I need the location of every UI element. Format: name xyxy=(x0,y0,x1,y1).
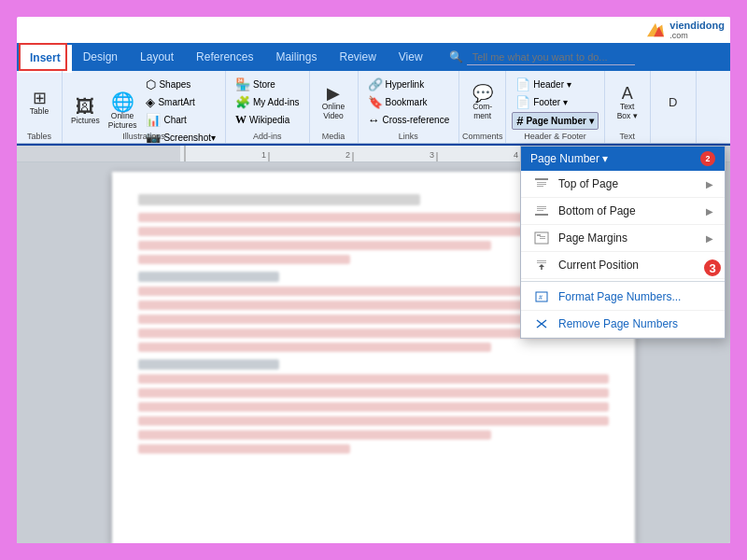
svg-rect-17 xyxy=(537,206,546,207)
top-of-page-icon xyxy=(532,176,551,191)
btn-footer[interactable]: 📄 Footer ▾ xyxy=(512,94,571,110)
group-comments: 💬 Com-ment Comments xyxy=(459,71,506,143)
menu-remove-page-numbers[interactable]: Remove Page Numbers xyxy=(521,311,725,338)
btn-store[interactable]: 🏪 Store xyxy=(232,77,279,92)
btn-pictures[interactable]: 🖼 Pictures xyxy=(68,95,103,127)
tab-mailings[interactable]: Mailings xyxy=(264,43,328,71)
format-icon: # xyxy=(532,289,551,304)
btn-smartart[interactable]: ◈ SmartArt xyxy=(142,94,219,110)
logo-bar: viendidong .com xyxy=(618,17,730,43)
btn-my-addins[interactable]: 🧩 My Add-ins xyxy=(232,94,303,110)
svg-rect-24 xyxy=(540,238,545,239)
chevron-right-icon: ▶ xyxy=(706,233,713,244)
bottom-of-page-icon xyxy=(532,203,551,218)
tell-me-input[interactable] xyxy=(467,49,635,65)
svg-text:2: 2 xyxy=(345,150,350,160)
tab-review[interactable]: Review xyxy=(328,43,387,71)
btn-table[interactable]: ⊞ Table xyxy=(22,88,56,118)
group-media: ▶ OnlineVideo Media xyxy=(310,71,359,143)
menu-top-of-page[interactable]: Top of Page ▶ xyxy=(521,171,725,198)
group-tables: ⊞ Table Tables xyxy=(17,71,63,143)
tab-bar: Insert Design Layout References Mailings… xyxy=(17,43,730,71)
ribbon-body: ⊞ Table Tables 🖼 Pictures 🌐 OnlinePictur… xyxy=(17,71,730,144)
svg-rect-13 xyxy=(535,178,548,180)
dropdown-header: Page Number ▾ 2 xyxy=(521,147,725,171)
tell-me-bar: 🔍 xyxy=(449,43,635,71)
svg-text:1: 1 xyxy=(261,150,266,160)
menu-format-page-numbers[interactable]: # Format Page Numbers... xyxy=(521,284,725,311)
group-links: 🔗 Hyperlink 🔖 Bookmark ↔ Cross-reference… xyxy=(359,71,460,143)
svg-rect-11 xyxy=(17,146,180,161)
logo-icon xyxy=(645,21,666,38)
svg-rect-15 xyxy=(537,184,546,185)
btn-wikipedia[interactable]: W Wikipedia xyxy=(232,112,293,128)
menu-bottom-of-page[interactable]: Bottom of Page ▶ xyxy=(521,198,725,225)
tab-design[interactable]: Design xyxy=(72,43,129,71)
current-position-icon xyxy=(532,258,551,273)
menu-current-position[interactable]: Current Position ▶ xyxy=(521,252,725,279)
step2-badge: 2 xyxy=(700,151,715,166)
svg-rect-20 xyxy=(535,214,548,216)
chevron-right-icon: ▶ xyxy=(706,206,713,217)
svg-rect-22 xyxy=(537,234,541,236)
tab-references[interactable]: References xyxy=(185,43,264,71)
tab-layout[interactable]: Layout xyxy=(129,43,185,71)
svg-rect-25 xyxy=(537,260,546,261)
btn-chart[interactable]: 📊 Chart xyxy=(142,112,219,128)
btn-online-pictures[interactable]: 🌐 OnlinePictures xyxy=(106,91,140,132)
page-number-dropdown: Page Number ▾ 2 Top of Page ▶ Bottom of … xyxy=(520,146,726,339)
btn-page-number[interactable]: # Page Number ▾ xyxy=(512,112,598,130)
btn-d[interactable]: D xyxy=(656,94,690,110)
btn-comment[interactable]: 💬 Com-ment xyxy=(466,83,500,122)
dropdown-divider xyxy=(521,281,725,282)
svg-rect-14 xyxy=(537,182,546,183)
svg-text:3: 3 xyxy=(430,150,434,160)
menu-page-margins[interactable]: Page Margins ▶ xyxy=(521,225,725,252)
btn-cross-reference[interactable]: ↔ Cross-reference xyxy=(364,112,454,128)
group-illustrations: 🖼 Pictures 🌐 OnlinePictures ⬡ Shapes ◈ S… xyxy=(63,71,226,143)
group-addins: 🏪 Store 🧩 My Add-ins W Wikipedia Add-ins xyxy=(226,71,309,143)
ribbon: Insert Design Layout References Mailings… xyxy=(17,43,730,146)
btn-hyperlink[interactable]: 🔗 Hyperlink xyxy=(364,77,429,92)
group-text: A TextBox ▾ Text xyxy=(605,71,651,143)
remove-icon xyxy=(532,316,551,331)
svg-rect-18 xyxy=(537,208,546,209)
group-d: D xyxy=(651,71,697,143)
svg-rect-26 xyxy=(537,262,546,263)
svg-text:#: # xyxy=(539,294,543,301)
search-icon: 🔍 xyxy=(449,50,463,63)
chevron-right-icon: ▶ xyxy=(706,179,713,189)
btn-shapes[interactable]: ⬡ Shapes xyxy=(142,77,219,92)
svg-rect-16 xyxy=(537,186,543,187)
svg-text:4: 4 xyxy=(514,150,518,160)
btn-text-box[interactable]: A TextBox ▾ xyxy=(611,83,644,122)
step3-badge: 3 xyxy=(702,258,723,278)
btn-header[interactable]: 📄 Header ▾ xyxy=(512,77,575,92)
btn-bookmark[interactable]: 🔖 Bookmark xyxy=(364,94,431,110)
svg-rect-23 xyxy=(540,236,545,237)
app-window: viendidong .com Insert Design Layout Ref… xyxy=(17,17,730,543)
doc-title-line xyxy=(138,194,420,205)
group-header-footer: 📄 Header ▾ 📄 Footer ▾ # Page Number ▾ He… xyxy=(506,71,604,143)
btn-online-video[interactable]: ▶ OnlineVideo xyxy=(317,83,350,122)
tab-view[interactable]: View xyxy=(388,43,434,71)
svg-marker-28 xyxy=(539,264,544,267)
page-margins-icon xyxy=(532,231,551,245)
logo-text: viendidong .com xyxy=(669,20,725,40)
svg-rect-19 xyxy=(537,210,543,211)
tab-insert[interactable]: Insert xyxy=(19,43,72,71)
